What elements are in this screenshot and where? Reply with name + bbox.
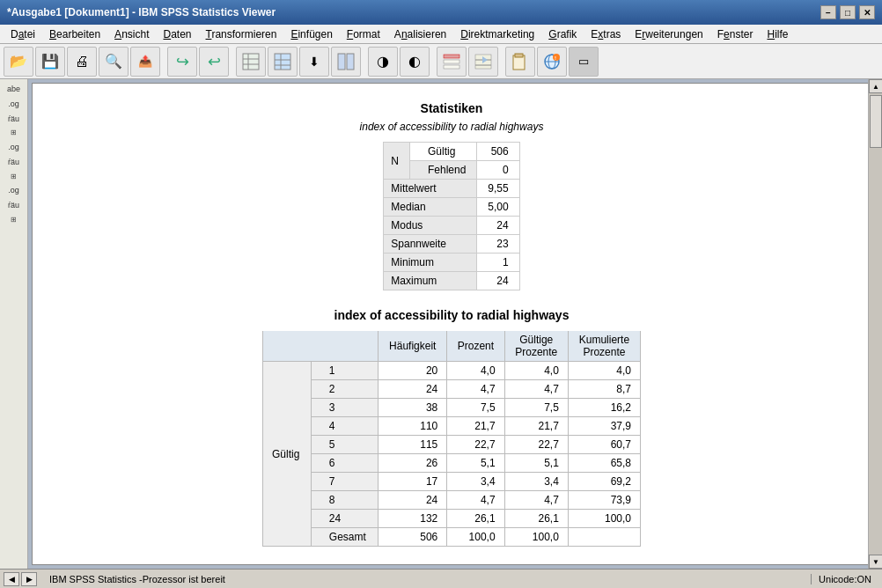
modus-label: Modus xyxy=(384,217,477,235)
menu-bar: Datei Bearbeiten Ansicht Daten Transform… xyxy=(0,25,882,44)
menu-grafik[interactable]: Grafik xyxy=(541,26,584,42)
sidebar-item-5[interactable]: .og xyxy=(0,141,27,154)
freq-kumuliert-7: 69,2 xyxy=(568,473,640,491)
fehlend-label: Fehlend xyxy=(409,161,476,180)
statistiken-table: N Gültig 506 Fehlend 0 Mittelwert 9,55 xyxy=(383,142,519,290)
save-button[interactable]: 💾 xyxy=(35,47,65,77)
frequency-title: index of accessibility to radial highway… xyxy=(59,308,844,322)
preview-button[interactable]: 🔍 xyxy=(99,47,129,77)
sidebar-item-10[interactable]: ⊞ xyxy=(0,214,27,226)
freq-haeufigkeit-24: 132 xyxy=(379,510,447,528)
scrollbar-vertical[interactable]: ▲ ▼ xyxy=(868,79,882,569)
sidebar: abe .og ŕäu ⊞ .og ŕäu ⊞ .og ŕäu ⊞ xyxy=(0,79,28,569)
table-row: 2 24 4,7 4,7 8,7 xyxy=(263,380,641,399)
insert-table-button[interactable] xyxy=(268,47,298,77)
freq-prozent-5: 22,7 xyxy=(447,436,504,454)
document-inner: Statistiken index of accessibility to ra… xyxy=(33,84,871,565)
list-btn-2[interactable] xyxy=(468,47,498,77)
menu-ansicht[interactable]: Ansicht xyxy=(107,26,156,42)
frequency-table: Häufigkeit Prozent GültigeProzente Kumul… xyxy=(262,331,641,547)
freq-kumuliert-4: 37,9 xyxy=(568,417,640,436)
freq-kumuliert-2: 8,7 xyxy=(568,380,640,399)
sidebar-item-9[interactable]: ŕäu xyxy=(0,199,27,212)
svg-rect-12 xyxy=(444,65,459,69)
sidebar-item-4[interactable]: ⊞ xyxy=(0,127,27,139)
sidebar-item-1[interactable]: abe xyxy=(0,83,27,96)
circle-btn-2[interactable]: ◐ xyxy=(400,47,430,77)
table-row: Median 5,00 xyxy=(384,198,519,217)
table-row-gesamt: Gesamt 506 100,0 100,0 xyxy=(263,528,641,547)
status-bar: ◀ ▶ IBM SPSS Statistics -Prozessor ist b… xyxy=(0,569,882,588)
menu-fenster[interactable]: Fenster xyxy=(710,26,761,42)
goto-data-button[interactable] xyxy=(236,47,266,77)
menu-direktmarketing[interactable]: Direktmarketing xyxy=(453,26,541,42)
freq-gesamt-kumuliert xyxy=(568,528,640,547)
gueltig-group-label: Gültig xyxy=(263,362,312,547)
export-button[interactable]: 📤 xyxy=(130,47,160,77)
sidebar-item-6[interactable]: ŕäu xyxy=(0,156,27,169)
undo-button[interactable]: ↩ xyxy=(167,47,197,77)
sidebar-item-3[interactable]: ŕäu xyxy=(0,113,27,126)
nav-next-button[interactable]: ▶ xyxy=(21,572,37,586)
freq-kumuliert-3: 16,2 xyxy=(568,399,640,417)
menu-hilfe[interactable]: Hilfe xyxy=(760,26,795,42)
freq-gueltig-24: 26,1 xyxy=(504,510,568,528)
sidebar-item-7[interactable]: ⊞ xyxy=(0,171,27,183)
spannweite-label: Spannweite xyxy=(384,235,477,254)
freq-header-gueltige: GültigeProzente xyxy=(504,331,568,362)
close-button[interactable]: ✕ xyxy=(859,5,875,19)
fehlend-value: 0 xyxy=(477,161,519,180)
menu-bearbeiten[interactable]: Bearbeiten xyxy=(42,26,107,42)
freq-val-7: 7 xyxy=(311,473,378,491)
svg-rect-18 xyxy=(515,54,523,57)
minimum-value: 1 xyxy=(477,254,519,272)
menu-format[interactable]: Format xyxy=(340,26,387,42)
scroll-down-button[interactable]: ▼ xyxy=(869,555,882,569)
sidebar-item-2[interactable]: .og xyxy=(0,98,27,111)
circle-btn-1[interactable]: ◑ xyxy=(368,47,398,77)
scroll-up-button[interactable]: ▲ xyxy=(869,79,882,93)
freq-kumuliert-24: 100,0 xyxy=(568,510,640,528)
menu-analysieren[interactable]: Analisieren xyxy=(387,26,453,42)
scrollbar-track[interactable] xyxy=(869,93,882,555)
freq-gueltig-4: 21,7 xyxy=(504,417,568,436)
mittelwert-label: Mittelwert xyxy=(384,180,477,198)
scrollbar-thumb[interactable] xyxy=(870,95,882,148)
main-area: abe .og ŕäu ⊞ .og ŕäu ⊞ .og ŕäu ⊞ Statis… xyxy=(0,79,882,569)
freq-gesamt-label: Gesamt xyxy=(311,528,378,547)
redo-button[interactable]: ↩ xyxy=(199,47,229,77)
menu-transformieren[interactable]: Transformieren xyxy=(199,26,284,42)
freq-gueltig-2: 4,7 xyxy=(504,380,568,399)
status-nav: ◀ ▶ xyxy=(4,572,37,586)
menu-datei[interactable]: Datei xyxy=(4,26,42,42)
median-label: Median xyxy=(384,198,477,217)
svg-rect-11 xyxy=(444,60,459,63)
freq-header-prozent: Prozent xyxy=(447,331,504,362)
minimize-button[interactable]: − xyxy=(820,5,836,19)
table-row: 8 24 4,7 4,7 73,9 xyxy=(263,491,641,510)
web-export-btn[interactable]: ! xyxy=(537,47,567,77)
freq-prozent-6: 5,1 xyxy=(447,454,504,473)
clipboard-btn[interactable] xyxy=(505,47,535,77)
document-area[interactable]: Statistiken index of accessibility to ra… xyxy=(32,83,871,565)
mittelwert-value: 9,55 xyxy=(477,180,519,198)
nav-prev-button[interactable]: ◀ xyxy=(4,572,19,586)
table-row: Minimum 1 xyxy=(384,254,519,272)
menu-daten[interactable]: Daten xyxy=(156,26,198,42)
menu-extras[interactable]: Extras xyxy=(584,26,628,42)
freq-val-5: 5 xyxy=(311,436,378,454)
menu-einfuegen[interactable]: Einfügen xyxy=(283,26,339,42)
freq-haeufigkeit-2: 24 xyxy=(379,380,447,399)
maximum-value: 24 xyxy=(477,272,519,290)
recent-btn[interactable]: ▭ xyxy=(569,47,599,77)
list-btn-1[interactable] xyxy=(437,47,467,77)
split-file-button[interactable] xyxy=(331,47,361,77)
print-button[interactable]: 🖨 xyxy=(67,47,97,77)
freq-val-1: 1 xyxy=(311,362,378,380)
open-button[interactable]: 📂 xyxy=(4,47,33,77)
freq-val-4: 4 xyxy=(311,417,378,436)
maximize-button[interactable]: □ xyxy=(840,5,856,19)
sidebar-item-8[interactable]: .og xyxy=(0,184,27,197)
menu-erweiterungen[interactable]: Erweiterungen xyxy=(628,26,709,42)
import-data-button[interactable]: ⬇ xyxy=(299,47,329,77)
